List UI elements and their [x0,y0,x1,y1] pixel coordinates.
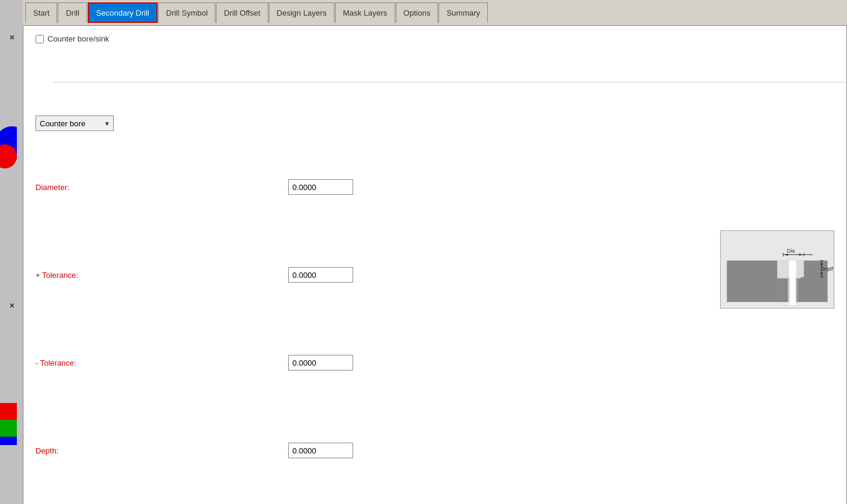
left-strip: × × [0,0,23,504]
neg-tolerance-label: - Tolerance: [35,358,288,367]
svg-rect-1 [727,260,780,302]
counter-bore-sink-label: Counter bore/sink [48,34,109,43]
tab-design-layers[interactable]: Design Layers [269,2,334,23]
diagram-svg: Dia Depth [721,231,834,308]
tab-drill[interactable]: Drill [58,2,87,23]
tab-secondary-drill[interactable]: Secondary Drill [88,2,158,23]
tab-options[interactable]: Options [396,2,439,23]
depth-label: Depth: [35,446,288,455]
diameter-input[interactable] [288,179,353,195]
tab-drill-symbol[interactable]: Drill Symbol [158,2,215,23]
counter-bore-select-wrapper: Counter bore Counter sink [35,115,114,131]
tab-mask-layers[interactable]: Mask Layers [335,2,395,23]
counter-bore-diagram: Dia Depth [720,230,834,309]
close-icon-mid: × [10,301,14,310]
neg-tolerance-row: - Tolerance: [35,355,834,370]
pos-tolerance-row: + Tolerance: [35,267,834,283]
divider-line [54,82,846,82]
tab-bar: Start Drill Secondary Drill Drill Symbol… [23,0,847,25]
diameter-row: Diameter: [35,179,834,195]
counter-bore-sink-checkbox[interactable] [35,35,44,43]
content-panel: Counter bore/sink Counter bore Counter s… [23,25,847,504]
pos-tolerance-input[interactable] [288,267,353,283]
main-content: Start Drill Secondary Drill Drill Symbol… [23,0,847,504]
close-icon: × [10,32,14,42]
tab-summary[interactable]: Summary [439,2,488,23]
counter-bore-sink-row: Counter bore/sink [35,34,834,43]
svg-rect-8 [789,260,796,277]
close-button-mid[interactable]: × [6,300,18,312]
dropdown-row: Counter bore Counter sink [35,115,834,131]
diameter-label: Diameter: [35,183,288,192]
svg-text:Dia: Dia [787,248,795,254]
depth-row: Depth: [35,443,834,458]
tab-start[interactable]: Start [25,2,57,23]
tab-drill-offset[interactable]: Drill Offset [216,2,268,23]
svg-text:Depth: Depth [821,266,834,272]
depth-input[interactable] [288,443,353,458]
close-button-top[interactable]: × [6,31,18,43]
pos-tolerance-label: + Tolerance: [35,271,288,280]
counter-bore-select[interactable]: Counter bore Counter sink [35,115,114,131]
neg-tolerance-input[interactable] [288,355,353,370]
svg-rect-6 [790,272,796,305]
